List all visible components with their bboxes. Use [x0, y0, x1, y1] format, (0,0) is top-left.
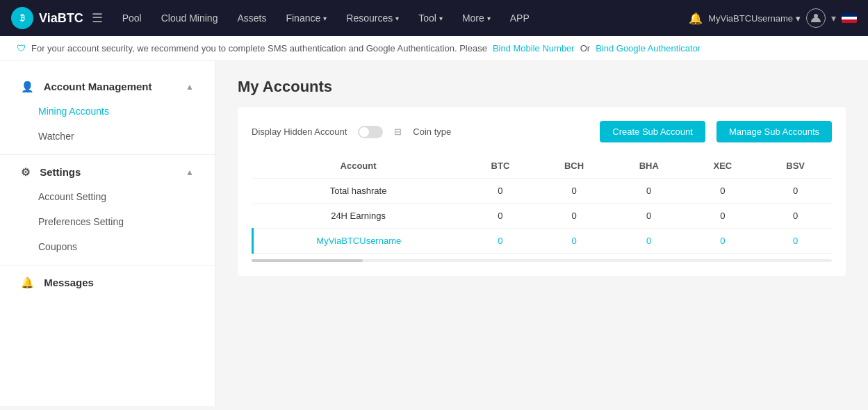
total-hashrate-bha: 0 [612, 179, 687, 204]
accounts-table: Account BTC BCH BHA XEC BSV Total hashra… [252, 154, 832, 254]
24h-earnings-bha: 0 [612, 204, 687, 229]
24h-earnings-btc: 0 [464, 204, 537, 229]
nav-pool[interactable]: Pool [114, 0, 150, 36]
sidebar-item-preferences-setting[interactable]: Preferences Setting [0, 209, 215, 234]
24h-earnings-bsv: 0 [759, 204, 832, 229]
language-flag-icon[interactable] [842, 13, 857, 23]
user-account-bch: 0 [537, 229, 612, 254]
display-hidden-label: Display Hidden Account [252, 126, 347, 137]
sidebar-item-mining-accounts[interactable]: Mining Accounts [0, 99, 215, 124]
col-bch: BCH [537, 154, 612, 179]
accounts-card: Display Hidden Account ⊟ Coin type Creat… [238, 107, 846, 276]
messages-label: Messages [44, 277, 94, 288]
main-content: My Accounts Display Hidden Account ⊟ Coi… [215, 61, 868, 406]
table-header-row: Account BTC BCH BHA XEC BSV [253, 154, 833, 179]
sidebar-messages-header[interactable]: 🔔 Messages [0, 271, 215, 295]
nav-tool[interactable]: Tool▾ [410, 0, 451, 36]
sidebar-settings-header[interactable]: ⚙ Settings ▲ [0, 161, 215, 184]
filter-icon: ⊟ [394, 126, 402, 137]
col-xec: XEC [687, 154, 760, 179]
sidebar: 👤 Account Management ▲ Mining Accounts W… [0, 61, 215, 406]
bind-google-auth-link[interactable]: Bind Google Authenticator [596, 43, 701, 54]
col-account: Account [253, 154, 464, 179]
col-bsv: BSV [759, 154, 832, 179]
settings-icon: ⚙ [21, 166, 30, 178]
logo-icon: ₿ [11, 7, 33, 29]
shield-icon: 🛡 [17, 43, 26, 54]
table-row: Total hashrate 0 0 0 0 0 [253, 179, 833, 204]
total-hashrate-bsv: 0 [759, 179, 832, 204]
settings-chevron-up-icon: ▲ [186, 167, 194, 177]
nav-cloud-mining[interactable]: Cloud Mining [153, 0, 227, 36]
account-management-label: Account Management [44, 81, 152, 92]
sidebar-item-account-setting[interactable]: Account Setting [0, 184, 215, 209]
manage-sub-accounts-button[interactable]: Manage Sub Accounts [716, 121, 832, 142]
scroll-hint [252, 259, 832, 262]
settings-label: Settings [40, 166, 81, 178]
logo[interactable]: ₿ ViaBTC [11, 7, 83, 29]
accounts-toolbar: Display Hidden Account ⊟ Coin type Creat… [252, 121, 832, 142]
nav-resources[interactable]: Resources▾ [338, 0, 407, 36]
account-management-icon: 👤 [21, 81, 34, 92]
messages-icon: 🔔 [21, 277, 34, 288]
24h-earnings-xec: 0 [687, 204, 760, 229]
nav-right: 🔔 MyViaBTCUsername ▾ ▾ [689, 8, 857, 28]
coin-type-label[interactable]: Coin type [413, 126, 451, 137]
nav-username[interactable]: MyViaBTCUsername ▾ [708, 13, 801, 24]
nav-finance[interactable]: Finance▾ [277, 0, 335, 36]
navbar: ₿ ViaBTC ☰ Pool Cloud Mining Assets Fina… [0, 0, 868, 36]
sidebar-account-management-header[interactable]: 👤 Account Management ▲ [0, 75, 215, 99]
user-account-name[interactable]: MyViaBTCUsername [253, 229, 464, 254]
create-sub-account-button[interactable]: Create Sub Account [600, 121, 705, 142]
nav-assets[interactable]: Assets [229, 0, 275, 36]
chevron-up-icon: ▲ [186, 82, 194, 92]
total-hashrate-bch: 0 [537, 179, 612, 204]
user-account-bha: 0 [612, 229, 687, 254]
total-hashrate-label: Total hashrate [253, 179, 464, 204]
nav-app[interactable]: APP [502, 0, 538, 36]
hamburger-icon[interactable]: ☰ [92, 10, 103, 26]
user-avatar-icon[interactable] [806, 8, 826, 28]
display-hidden-toggle[interactable] [358, 126, 383, 138]
24h-earnings-label: 24H Earnings [253, 204, 464, 229]
user-account-btc: 0 [464, 229, 537, 254]
scroll-thumb[interactable] [252, 259, 363, 262]
user-account-xec: 0 [687, 229, 760, 254]
total-hashrate-btc: 0 [464, 179, 537, 204]
bind-mobile-link[interactable]: Bind Mobile Number [493, 43, 575, 54]
security-banner: 🛡 For your account security, we recommen… [0, 36, 868, 61]
total-hashrate-xec: 0 [687, 179, 760, 204]
bell-icon[interactable]: 🔔 [689, 12, 703, 25]
sidebar-item-coupons[interactable]: Coupons [0, 234, 215, 259]
sidebar-item-watcher[interactable]: Watcher [0, 124, 215, 149]
logo-text: ViaBTC [39, 11, 83, 26]
col-bha: BHA [612, 154, 687, 179]
page-title: My Accounts [238, 78, 846, 96]
user-account-bsv: 0 [759, 229, 832, 254]
24h-earnings-bch: 0 [537, 204, 612, 229]
nav-more[interactable]: More▾ [454, 0, 499, 36]
sidebar-divider [0, 154, 215, 155]
page-layout: 👤 Account Management ▲ Mining Accounts W… [0, 61, 868, 406]
user-account-row[interactable]: MyViaBTCUsername 0 0 0 0 0 [253, 229, 833, 254]
table-row: 24H Earnings 0 0 0 0 0 [253, 204, 833, 229]
sidebar-divider-2 [0, 265, 215, 265]
col-btc: BTC [464, 154, 537, 179]
